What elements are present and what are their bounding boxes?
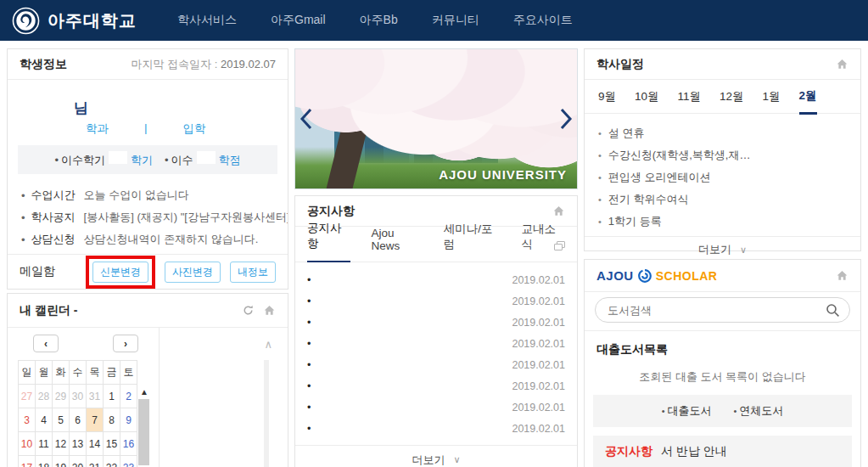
calendar-day-cell[interactable]: 9 — [120, 408, 137, 432]
month-tab[interactable]: 2월 — [799, 88, 817, 115]
notice-list-item[interactable]: •2019.02.01 — [307, 418, 565, 439]
book-search-input[interactable] — [608, 304, 820, 317]
schedule-list-item[interactable]: •설 연휴 — [598, 122, 847, 144]
calendar-day-cell[interactable]: 20 — [70, 456, 87, 467]
calendar-day-cell[interactable]: 4 — [36, 408, 53, 432]
calendar-day-cell[interactable]: 1 — [104, 385, 120, 408]
schedule-list-item[interactable]: •1학기 등록 — [598, 211, 847, 233]
schedule-list-item[interactable]: •편입생 오리엔테이션 — [598, 166, 847, 188]
calendar-day-cell[interactable]: 31 — [87, 385, 104, 408]
home-icon[interactable] — [552, 205, 565, 217]
calendar-day-cell[interactable]: 7 — [87, 408, 104, 432]
profile-button-photo-change[interactable]: 사진변경 — [165, 262, 221, 283]
calendar-day-cell[interactable]: 19 — [53, 456, 70, 467]
refresh-icon[interactable] — [242, 304, 255, 317]
month-tab[interactable]: 9월 — [598, 89, 616, 113]
ajou-scholar-panel: AJOU SCHOLAR 대출도서목록 조회된 대출 도서 목록이 없습니다 •… — [584, 259, 861, 467]
notice-list-item[interactable]: •2019.02.01 — [307, 397, 565, 418]
calendar-day-cell[interactable]: 3 — [19, 408, 36, 432]
calendar-day-cell[interactable]: 11 — [36, 432, 53, 456]
calendar-day-cell[interactable]: 18 — [36, 456, 53, 467]
profile-button-my-info[interactable]: 내정보 — [230, 262, 276, 283]
notice-tab[interactable]: 세미나/포럼 — [444, 222, 501, 262]
home-icon[interactable] — [836, 58, 848, 70]
calendar-day-cell[interactable]: 12 — [53, 432, 70, 456]
banner-caption: AJOU UNIVERSITY — [439, 167, 567, 182]
month-tab[interactable]: 11월 — [678, 89, 702, 113]
scholar-notice-row: 공지사항 서 반납 안내 — [593, 436, 852, 467]
loan-link-text: 대출도서 — [668, 404, 712, 417]
calendar-day-cell[interactable]: 13 — [70, 432, 87, 456]
home-icon[interactable] — [836, 269, 848, 282]
calendar-day-cell[interactable]: 29 — [53, 385, 70, 408]
month-tab[interactable]: 12월 — [720, 89, 744, 113]
carousel-next-icon[interactable] — [559, 108, 573, 130]
nav-item[interactable]: 커뮤니티 — [432, 13, 479, 28]
semester-unit-link[interactable]: 학기 — [131, 154, 153, 166]
status-value[interactable]: [봉사활동] (재공지) "[강남구자원봉사센터]… — [84, 210, 288, 225]
notice-list-item[interactable]: •2019.02.01 — [307, 375, 565, 397]
admission-link[interactable]: 입학 — [183, 121, 206, 137]
search-icon[interactable] — [826, 303, 840, 318]
profile-button-identity-change[interactable]: 신분변경 — [92, 262, 148, 283]
calendar-day-cell[interactable]: 15 — [104, 432, 120, 456]
day-header: 화 — [53, 361, 70, 385]
calendar-day-cell[interactable]: 27 — [19, 385, 36, 408]
nav-item[interactable]: 학사서비스 — [177, 13, 237, 28]
month-tabs: 9월10월11월12월1월2월 — [585, 80, 860, 114]
notice-tab[interactable]: Ajou News — [371, 227, 423, 262]
calendar-day-cell[interactable]: 16 — [120, 432, 137, 456]
calendar-day-cell[interactable]: 23 — [120, 456, 137, 467]
calendar-day-cell[interactable]: 30 — [70, 385, 87, 408]
notice-list-item[interactable]: •2019.02.01 — [307, 269, 565, 290]
nav-item[interactable]: 아주Bb — [360, 13, 398, 28]
status-label: 상담신청 — [31, 232, 76, 247]
calendar-day-cell[interactable]: 28 — [36, 385, 53, 408]
scholar-notice-text[interactable]: 서 반납 안내 — [661, 444, 727, 459]
open-new-window-icon[interactable] — [554, 241, 565, 250]
calendar-day-cell[interactable]: 6 — [70, 408, 87, 432]
event-list-scrollbar-track[interactable] — [264, 360, 269, 467]
calendar-day-cell[interactable]: 22 — [104, 456, 120, 467]
university-logo[interactable]: 아주대학교 — [12, 7, 137, 35]
calendar-next-button[interactable]: › — [113, 335, 138, 352]
calendar-day-cell[interactable]: 8 — [104, 408, 120, 432]
schedule-list-item[interactable]: •수강신청(재학생,복학생,재… — [598, 144, 847, 166]
notice-date: 2019.02.01 — [512, 359, 565, 371]
collapse-up-icon[interactable]: ∧ — [264, 338, 272, 351]
calendar-day-cell[interactable]: 10 — [19, 432, 36, 456]
nav-item[interactable]: 주요사이트 — [513, 13, 573, 28]
nav-item[interactable]: 아주Gmail — [271, 13, 326, 28]
scrollbar-thumb[interactable] — [138, 399, 149, 465]
ajou-scholar-logo[interactable]: AJOU SCHOLAR — [596, 268, 717, 284]
notice-list-item[interactable]: •2019.02.01 — [307, 290, 565, 312]
month-tab[interactable]: 1월 — [763, 89, 781, 113]
loan-link[interactable]: •연체도서 — [734, 403, 784, 419]
schedule-item-text: 1학기 등록 — [608, 214, 662, 229]
bullet-icon: • — [598, 128, 602, 138]
calendar-day-cell[interactable]: 5 — [53, 408, 70, 432]
month-tab[interactable]: 10월 — [635, 89, 659, 113]
home-icon[interactable] — [263, 304, 276, 317]
calendar-day-cell[interactable]: 2 — [120, 385, 137, 408]
status-value[interactable]: 상담신청내역이 존재하지 않습니다. — [84, 232, 259, 247]
carousel-prev-icon[interactable] — [300, 108, 313, 130]
calendar-prev-button[interactable]: ‹ — [33, 335, 59, 352]
schedule-list-item[interactable]: •전기 학위수여식 — [598, 188, 847, 211]
calendar-day-cell[interactable]: 17 — [19, 456, 36, 467]
notice-more-button[interactable]: 더보기 ∨ — [295, 445, 577, 467]
bullet-icon: • — [598, 150, 602, 160]
department-link[interactable]: 학과 — [86, 121, 109, 137]
notice-list-item[interactable]: •2019.02.01 — [307, 312, 565, 333]
calendar-day-cell[interactable]: 14 — [87, 432, 104, 456]
notice-list-item[interactable]: •2019.02.01 — [307, 354, 565, 375]
calendar-week-row: 17181920212223 — [19, 456, 137, 467]
scroll-up-arrow-icon[interactable]: ▲ — [138, 387, 150, 397]
loan-link[interactable]: •대출도서 — [662, 403, 712, 419]
status-value[interactable]: 오늘 수업이 없습니다 — [84, 188, 189, 203]
notice-tab[interactable]: 공지사항 — [307, 221, 350, 262]
calendar-day-cell[interactable]: 21 — [87, 456, 104, 467]
mailbox-link[interactable]: 메일함 — [20, 264, 55, 279]
credit-unit-link[interactable]: 학점 — [219, 154, 241, 166]
notice-list-item[interactable]: •2019.02.01 — [307, 333, 565, 354]
